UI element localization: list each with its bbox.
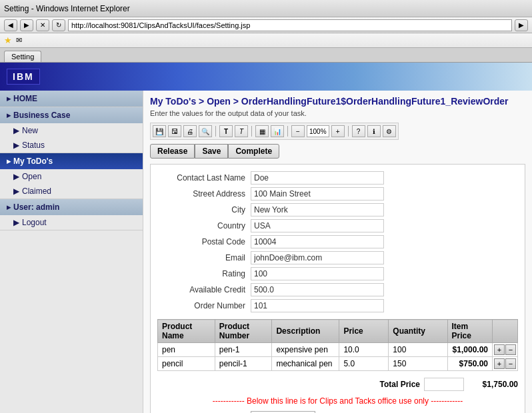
country-label: Country [157, 221, 251, 230]
rating-input[interactable] [251, 267, 384, 280]
save-button[interactable]: Save [195, 144, 228, 159]
print-icon[interactable]: 🖨 [183, 125, 197, 137]
chart-icon[interactable]: 📊 [271, 125, 284, 137]
release-button[interactable]: Release [150, 144, 195, 159]
ibm-logo: IBM [7, 69, 40, 85]
rating-label: Rating [157, 269, 251, 278]
country-input[interactable] [251, 219, 384, 232]
breadcrumb: My ToDo's > Open > OrderHandlingFuture1$… [150, 96, 525, 107]
sidebar-link-open[interactable]: ▶ Open [0, 169, 143, 184]
forward-button[interactable]: ▶ [20, 19, 33, 31]
toolbar-icons: 💾 🖫 🖨 🔍 T T ▦ 📊 − 100% + ? ℹ ⚙ [150, 123, 399, 140]
row-actions-1: + − [494, 358, 516, 369]
quantity-input-1[interactable] [393, 359, 443, 368]
col-quantity: Quantity [389, 320, 447, 343]
claimed-label: Claimed [22, 187, 51, 196]
toolbar-sep2 [251, 126, 252, 137]
contact-last-name-row: Contact Last Name [157, 171, 518, 185]
tab-bar: Setting [0, 48, 532, 63]
total-price-value: $1,750.00 [468, 380, 518, 389]
order-number-label: Order Number [157, 301, 251, 310]
new-label: New [22, 126, 38, 135]
ibm-header: IBM [0, 63, 532, 91]
zoom-minus-icon[interactable]: − [291, 125, 305, 137]
home-label: HOME [13, 94, 37, 103]
postal-code-label: Postal Code [157, 237, 251, 246]
action-buttons: Release Save Complete [150, 144, 525, 159]
price-input-0[interactable] [343, 345, 384, 354]
total-price-input[interactable] [424, 378, 464, 391]
available-credit-input[interactable] [251, 283, 384, 296]
city-input[interactable] [251, 203, 384, 216]
help-icon[interactable]: ? [352, 125, 365, 137]
order-number-input[interactable] [251, 299, 384, 312]
sidebar-link-status[interactable]: ▶ Status [0, 138, 143, 153]
bc-arrow-icon: ▶ [7, 113, 11, 119]
home-arrow-icon: ▶ [7, 96, 11, 102]
sidebar-link-logout[interactable]: ▶ Logout [0, 215, 143, 230]
city-label: City [157, 205, 251, 214]
description-input-1[interactable] [276, 359, 335, 368]
product-name-input-1[interactable] [162, 359, 211, 368]
address-bar[interactable] [68, 19, 512, 31]
favorites-star-icon: ★ [4, 35, 12, 45]
contact-last-name-input[interactable] [251, 171, 384, 185]
sidebar-user-section[interactable]: ▶ User: admin [0, 199, 143, 215]
setting-tab[interactable]: Setting [4, 51, 41, 62]
toolbar-sep4 [348, 126, 349, 137]
browser-titlebar: Setting - Windows Internet Explorer [0, 0, 532, 17]
description-input-0[interactable] [276, 345, 335, 354]
add-row-button-1[interactable]: + [494, 358, 505, 369]
stop-button[interactable]: ✕ [36, 19, 49, 31]
product-name-input-0[interactable] [162, 345, 211, 354]
row-actions-0: + − [494, 344, 516, 355]
sidebar-link-claimed[interactable]: ▶ Claimed [0, 184, 143, 199]
contact-last-name-label: Contact Last Name [157, 173, 251, 183]
email-input[interactable] [251, 251, 384, 264]
italic-icon[interactable]: T [235, 125, 248, 137]
total-price-label: Total Price [380, 380, 420, 389]
item-price-cell-0: $1,000.00 [447, 343, 492, 357]
toolbar-sep1 [215, 126, 216, 137]
price-input-1[interactable] [343, 359, 384, 368]
toolbar-sep3 [287, 126, 288, 137]
item-price-cell-1: $750.00 [447, 357, 492, 371]
bold-icon[interactable]: T [219, 125, 233, 137]
street-address-input[interactable] [251, 187, 384, 201]
refresh-button[interactable]: ↻ [52, 19, 65, 31]
sidebar-home-section[interactable]: ▶ HOME [0, 91, 143, 107]
status-arrow-icon: ▶ [13, 141, 19, 150]
back-button[interactable]: ◀ [4, 19, 17, 31]
save-icon[interactable]: 💾 [153, 125, 166, 137]
logout-arrow-icon: ▶ [13, 218, 19, 227]
zoom-plus-icon[interactable]: + [331, 125, 345, 137]
todos-arrow-icon: ▶ [7, 159, 11, 165]
email-label: Email [157, 253, 251, 262]
go-button[interactable]: ▶ [515, 19, 528, 31]
product-number-input-1[interactable] [219, 359, 268, 368]
col-product-name: Product Name [158, 320, 215, 343]
add-row-button-0[interactable]: + [494, 344, 505, 355]
remove-row-button-1[interactable]: − [505, 358, 516, 369]
total-row: Total Price $1,750.00 [157, 378, 518, 391]
table-icon[interactable]: ▦ [255, 125, 269, 137]
open-label: Open [22, 172, 41, 181]
product-number-input-0[interactable] [219, 345, 268, 354]
sidebar-link-new[interactable]: ▶ New [0, 123, 143, 138]
sidebar-my-todos-section[interactable]: ▶ My ToDo's [0, 153, 143, 169]
divider-text: ------------ Below this line is for Clip… [157, 396, 518, 406]
quantity-input-0[interactable] [393, 345, 443, 354]
sidebar-business-case-section[interactable]: ▶ Business Case [0, 107, 143, 123]
logout-label: Logout [22, 218, 47, 227]
remove-row-button-0[interactable]: − [505, 344, 516, 355]
table-row: $1,000.00 + − [158, 343, 518, 357]
preview-icon[interactable]: 🔍 [199, 125, 212, 137]
app-container: IBM ▶ HOME ▶ Business Case ▶ New [0, 63, 532, 413]
postal-code-input[interactable] [251, 235, 384, 248]
col-price: Price [339, 320, 389, 343]
save2-icon[interactable]: 🖫 [168, 125, 181, 137]
col-description: Description [272, 320, 339, 343]
settings-icon[interactable]: ⚙ [383, 125, 396, 137]
info-icon[interactable]: ℹ [367, 125, 381, 137]
complete-button[interactable]: Complete [228, 144, 279, 159]
